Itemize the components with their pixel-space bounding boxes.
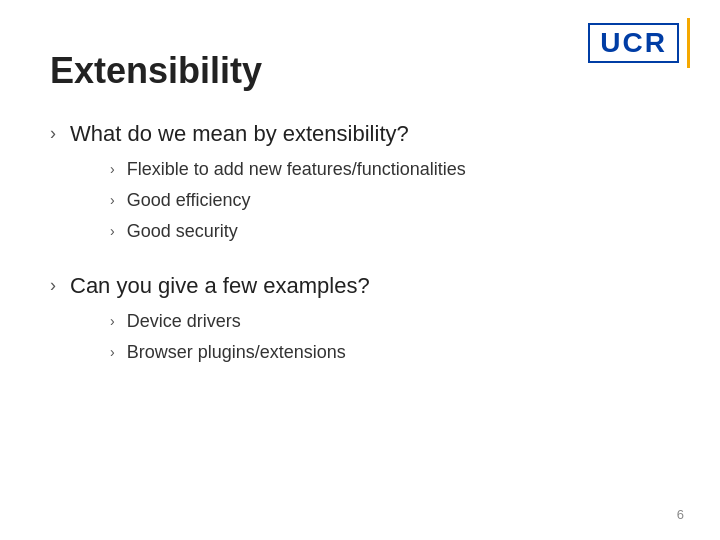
section1-heading: What do we mean by extensibility? xyxy=(70,121,409,146)
sub-bullet-1-2: › Good efficiency xyxy=(110,188,466,213)
sub-text-1-2: Good efficiency xyxy=(127,188,251,213)
slide-title: Extensibility xyxy=(50,50,670,92)
sub-text-1-1: Flexible to add new features/functionali… xyxy=(127,157,466,182)
section1-subbullets: › Flexible to add new features/functiona… xyxy=(110,157,466,245)
sub-text-2-2: Browser plugins/extensions xyxy=(127,340,346,365)
logo-area: UCR xyxy=(588,18,690,68)
section2-heading: Can you give a few examples? xyxy=(70,273,370,298)
sub-arrow-1-1: › xyxy=(110,161,115,177)
slide: UCR Extensibility › What do we mean by e… xyxy=(0,0,720,540)
sub-bullet-2-1: › Device drivers xyxy=(110,309,370,334)
sub-text-2-1: Device drivers xyxy=(127,309,241,334)
page-number: 6 xyxy=(677,507,684,522)
sub-arrow-2-2: › xyxy=(110,344,115,360)
section2-subbullets: › Device drivers › Browser plugins/exten… xyxy=(110,309,370,365)
sub-text-1-3: Good security xyxy=(127,219,238,244)
ucr-logo: UCR xyxy=(588,18,690,68)
main-bullet-2: › Can you give a few examples? › Device … xyxy=(50,272,670,373)
section1-content: What do we mean by extensibility? › Flex… xyxy=(70,120,466,252)
sub-arrow-1-3: › xyxy=(110,223,115,239)
sub-arrow-2-1: › xyxy=(110,313,115,329)
section2-content: Can you give a few examples? › Device dr… xyxy=(70,272,370,373)
bullet-arrow-1: › xyxy=(50,123,56,144)
sub-bullet-1-3: › Good security xyxy=(110,219,466,244)
bullet-arrow-2: › xyxy=(50,275,56,296)
logo-text: UCR xyxy=(588,23,679,63)
sub-bullet-2-2: › Browser plugins/extensions xyxy=(110,340,370,365)
logo-gold-bar xyxy=(687,18,690,68)
main-bullet-1: › What do we mean by extensibility? › Fl… xyxy=(50,120,670,252)
sub-bullet-1-1: › Flexible to add new features/functiona… xyxy=(110,157,466,182)
sub-arrow-1-2: › xyxy=(110,192,115,208)
